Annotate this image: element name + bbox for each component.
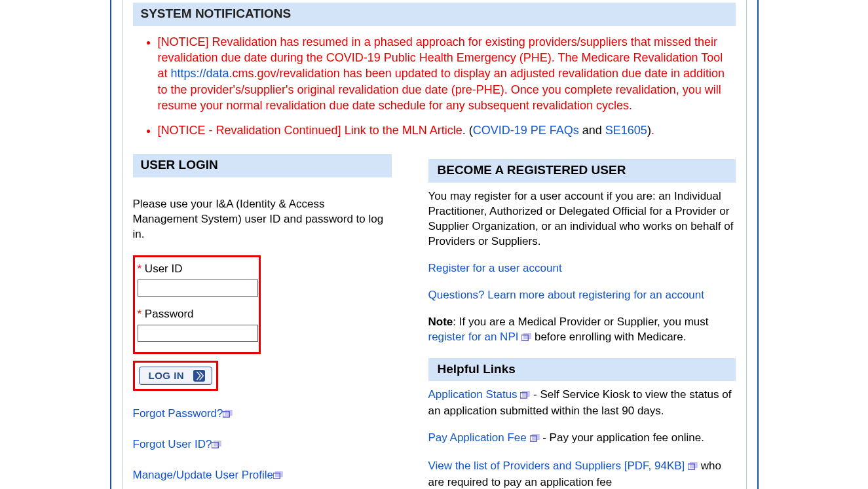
forgot-userid-link[interactable]: Forgot User ID? [133, 438, 212, 450]
manage-profile-link[interactable]: Manage/Update User Profile [133, 469, 274, 481]
external-link-icon [212, 439, 221, 454]
forgot-password-link[interactable]: Forgot Password? [133, 407, 223, 420]
login-button-label: LOG IN [149, 370, 185, 381]
system-notifications-header: SYSTEM NOTIFICATIONS [133, 3, 736, 26]
login-form-highlight: * User ID * Password [133, 255, 261, 354]
login-column: USER LOGIN Please use your I&A (Identity… [133, 154, 392, 489]
login-button[interactable]: LOG IN [139, 367, 213, 385]
pay-fee-link[interactable]: Pay Application Fee [428, 431, 527, 444]
se1605-link[interactable]: SE1605 [605, 124, 647, 137]
external-link-icon [273, 469, 283, 484]
required-asterisk: * [138, 263, 142, 275]
pay-fee-desc: - Pay your application fee online. [542, 431, 704, 444]
external-link-icon [223, 408, 233, 423]
password-label-text: Password [145, 308, 194, 320]
content-frame: SYSTEM NOTIFICATIONS [NOTICE] Revalidati… [122, 0, 747, 489]
become-registered-header: BECOME A REGISTERED USER [428, 159, 736, 183]
register-intro: You may register for a user account if y… [428, 189, 736, 249]
notice2-dot: . ( [462, 124, 473, 137]
login-instructions: Please use your I&A (Identity & Access M… [133, 197, 392, 242]
user-login-header: USER LOGIN [133, 154, 392, 177]
svg-rect-3 [214, 441, 221, 446]
external-link-icon [530, 432, 540, 447]
password-input[interactable] [138, 325, 258, 342]
external-link-icon [688, 460, 698, 475]
svg-rect-9 [524, 333, 531, 338]
chevron-right-icon [193, 370, 205, 382]
app-border: SYSTEM NOTIFICATIONS [NOTICE] Revalidati… [110, 0, 759, 489]
svg-rect-15 [690, 462, 697, 467]
note-label: Note [428, 316, 453, 328]
register-npi-link[interactable]: register for an NPI [428, 331, 519, 343]
covid-faq-link[interactable]: COVID-19 PE FAQs [473, 124, 579, 137]
user-id-input[interactable] [138, 280, 258, 297]
note-text2: before enrolling with Medicare. [535, 331, 687, 343]
user-id-label-text: User ID [145, 263, 183, 275]
revalidation-link[interactable]: https://data [171, 67, 229, 80]
required-asterisk: * [138, 308, 142, 320]
register-account-link[interactable]: Register for a user account [428, 262, 562, 274]
register-column: BECOME A REGISTERED USER You may registe… [428, 154, 736, 489]
revalidation-link-tail: .cms.gov/revalidation [229, 67, 340, 80]
helpful-links-header: Helpful Links [428, 358, 736, 382]
external-link-icon [520, 389, 530, 404]
svg-rect-13 [532, 434, 538, 439]
application-status-link[interactable]: Application Status [428, 388, 518, 401]
notifications-list: [NOTICE] Revalidation has resumed in a p… [133, 34, 736, 139]
login-button-highlight: LOG IN [133, 361, 219, 391]
user-id-label: * User ID [138, 262, 252, 277]
final-period: . [651, 124, 654, 137]
notification-item: [NOTICE - Revalidation Continued] Link t… [158, 122, 736, 138]
svg-rect-1 [225, 410, 232, 415]
providers-list-link[interactable]: View the list of Providers and Suppliers… [428, 460, 685, 472]
password-label: * Password [138, 307, 252, 322]
external-link-icon [521, 331, 531, 346]
and-text: and [579, 124, 605, 137]
notice2-prefix: [NOTICE - Revalidation Continued] Link t… [158, 124, 462, 137]
note-text1: : If you are a Medical Provider or Suppl… [453, 316, 708, 328]
questions-link[interactable]: Questions? Learn more about registering … [428, 289, 704, 301]
svg-rect-5 [276, 471, 282, 477]
notification-item: [NOTICE] Revalidation has resumed in a p… [158, 34, 736, 113]
svg-rect-11 [523, 391, 529, 396]
